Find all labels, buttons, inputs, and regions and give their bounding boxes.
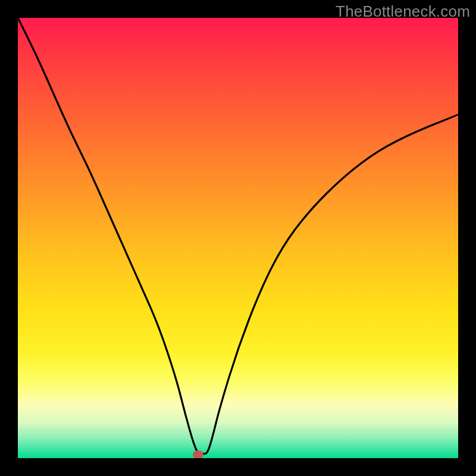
- bottleneck-curve: [18, 18, 458, 454]
- watermark-text: TheBottleneck.com: [336, 2, 470, 21]
- plot-area: [18, 18, 458, 458]
- optimal-point-marker: [193, 450, 203, 458]
- chart-frame: TheBottleneck.com: [0, 0, 476, 476]
- curve-layer: [18, 18, 458, 458]
